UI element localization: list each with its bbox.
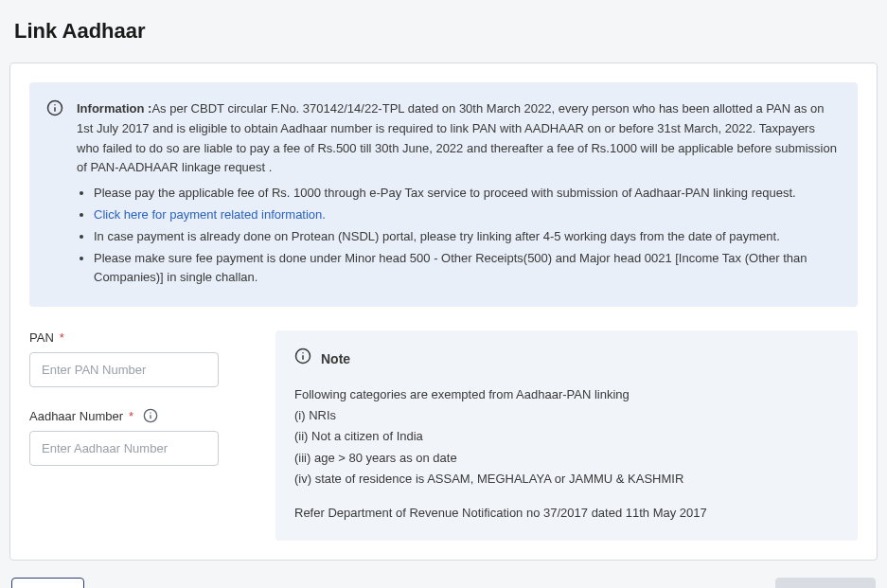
note-panel: Note Following categories are exempted f… xyxy=(275,330,858,541)
aadhaar-input[interactable] xyxy=(29,431,219,466)
footer-actions: Back Validate › xyxy=(9,578,878,588)
note-exempt-state: (iv) state of residence is ASSAM, MEGHAL… xyxy=(294,472,683,486)
aadhaar-field: Aadhaar Number * xyxy=(29,408,247,466)
information-panel: Information :As per CBDT circular F.No. … xyxy=(29,82,858,307)
info-bullet-fee: Please pay the applicable fee of Rs. 100… xyxy=(94,184,839,204)
payment-info-link[interactable]: Click here for payment related informati… xyxy=(94,207,326,222)
svg-point-5 xyxy=(150,413,151,414)
validate-button[interactable]: Validate › xyxy=(775,578,876,588)
note-intro: Following categories are exempted from A… xyxy=(294,387,630,401)
pan-field: PAN * xyxy=(29,330,247,387)
information-label: Information : xyxy=(77,101,151,116)
note-reference: Refer Department of Revenue Notification… xyxy=(294,503,839,524)
information-lead-text: As per CBDT circular F.No. 370142/14/22-… xyxy=(77,101,837,174)
pan-input[interactable] xyxy=(29,352,219,387)
required-marker: * xyxy=(60,330,64,345)
svg-point-2 xyxy=(54,104,56,106)
info-icon xyxy=(46,99,63,116)
aadhaar-label: Aadhaar Number xyxy=(29,409,123,423)
note-exempt-citizen: (ii) Not a citizen of India xyxy=(294,429,423,443)
pan-label: PAN xyxy=(29,330,54,345)
note-exempt-age: (iii) age > 80 years as on date xyxy=(294,451,457,465)
note-exempt-nri: (i) NRIs xyxy=(294,408,336,422)
info-icon xyxy=(294,347,311,371)
info-bullet-challan: Please make sure fee payment is done und… xyxy=(94,249,839,289)
note-title: Note xyxy=(321,348,350,371)
svg-point-8 xyxy=(302,352,304,354)
page-title: Link Aadhaar xyxy=(9,9,878,44)
info-bullet-protean: In case payment is already done on Prote… xyxy=(94,227,839,247)
aadhaar-help-icon[interactable] xyxy=(143,408,158,423)
back-button[interactable]: Back xyxy=(11,578,84,588)
required-marker: * xyxy=(129,409,133,423)
main-card: Information :As per CBDT circular F.No. … xyxy=(9,62,878,561)
